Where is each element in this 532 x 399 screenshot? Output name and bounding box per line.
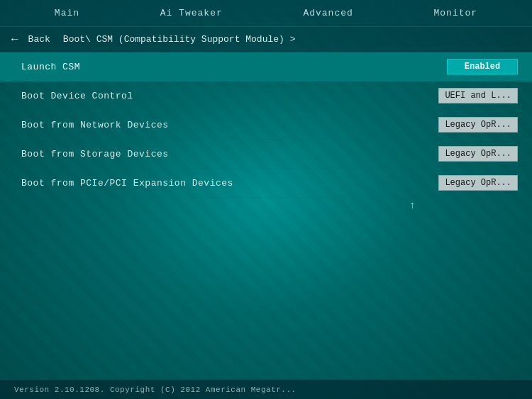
setting-value-boot-from-pcie[interactable]: Legacy OpR... [438, 175, 518, 191]
setting-label-boot-from-storage: Boot from Storage Devices [21, 149, 169, 159]
setting-value-boot-device-control[interactable]: UEFI and L... [438, 88, 518, 103]
top-nav-bar: MainAi TweakerAdvancedMonitor [0, 0, 532, 27]
bios-screen: MainAi TweakerAdvancedMonitor ← Back Boo… [0, 0, 532, 399]
setting-label-launch-csm: Launch CSM [21, 62, 80, 72]
breadcrumb-path: Boot\ CSM (Compatibility Support Module)… [63, 34, 296, 45]
breadcrumb-bar: ← Back Boot\ CSM (Compatibility Support … [0, 27, 532, 52]
empty-space [0, 198, 532, 378]
settings-area: Launch CSMEnabledBoot Device ControlUEFI… [0, 52, 532, 399]
setting-label-boot-device-control: Boot Device Control [21, 91, 133, 101]
back-arrow-icon: ← [11, 33, 18, 46]
nav-item-main[interactable]: Main [48, 6, 87, 20]
settings-table: Launch CSMEnabledBoot Device ControlUEFI… [0, 52, 532, 198]
setting-row-launch-csm[interactable]: Launch CSMEnabled [0, 52, 532, 82]
setting-row-boot-from-network[interactable]: Boot from Network DevicesLegacy OpR... [0, 111, 532, 140]
nav-item-ai-tweaker[interactable]: Ai Tweaker [153, 6, 230, 20]
setting-row-boot-device-control[interactable]: Boot Device ControlUEFI and L... [0, 82, 532, 111]
setting-value-boot-from-network[interactable]: Legacy OpR... [438, 117, 518, 133]
footer-bar: Version 2.10.1208. Copyright (C) 2012 Am… [0, 379, 532, 399]
back-label[interactable]: Back [28, 34, 50, 45]
nav-item-advanced[interactable]: Advanced [296, 6, 360, 20]
setting-row-boot-from-pcie[interactable]: Boot from PCIe/PCI Expansion DevicesLega… [0, 169, 532, 198]
footer-text: Version 2.10.1208. Copyright (C) 2012 Am… [14, 386, 297, 394]
setting-value-launch-csm[interactable]: Enabled [447, 59, 518, 74]
setting-row-boot-from-storage[interactable]: Boot from Storage DevicesLegacy OpR... [0, 140, 532, 169]
setting-label-boot-from-pcie: Boot from PCIe/PCI Expansion Devices [21, 178, 233, 189]
nav-item-monitor[interactable]: Monitor [427, 6, 485, 20]
setting-label-boot-from-network: Boot from Network Devices [21, 120, 169, 130]
setting-value-boot-from-storage[interactable]: Legacy OpR... [438, 146, 518, 162]
